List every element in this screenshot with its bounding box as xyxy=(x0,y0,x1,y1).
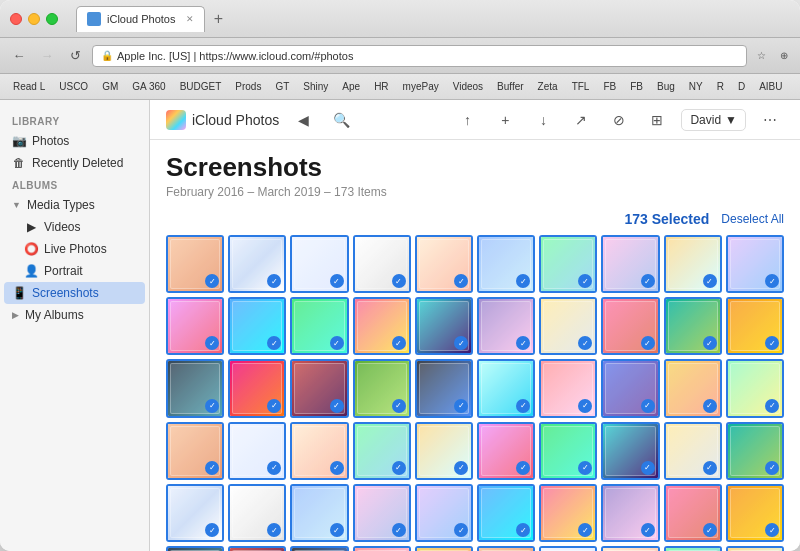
delete-button[interactable]: ⊘ xyxy=(605,106,633,134)
sidebar-item-videos[interactable]: ▶ Videos xyxy=(0,216,149,238)
photo-thumbnail[interactable]: ✓ xyxy=(601,422,659,480)
add-button[interactable]: + xyxy=(491,106,519,134)
bookmark-tfl[interactable]: TFL xyxy=(567,79,595,94)
photo-thumbnail[interactable]: ✓ xyxy=(477,235,535,293)
photo-thumbnail[interactable]: ✓ xyxy=(415,297,473,355)
photo-thumbnail[interactable]: ✓ xyxy=(539,359,597,417)
deselect-all-button[interactable]: Deselect All xyxy=(721,212,784,226)
photo-thumbnail[interactable]: ✓ xyxy=(539,422,597,480)
photo-thumbnail[interactable]: ✓ xyxy=(726,235,784,293)
tab-close-button[interactable]: ✕ xyxy=(186,14,194,24)
photo-thumbnail[interactable]: ✓ xyxy=(601,297,659,355)
photo-thumbnail[interactable]: ✓ xyxy=(228,546,286,551)
close-button[interactable] xyxy=(10,13,22,25)
photo-thumbnail[interactable]: ✓ xyxy=(353,297,411,355)
sidebar-item-media-types[interactable]: ▼ Media Types xyxy=(0,194,149,216)
share-button[interactable]: ↗ xyxy=(567,106,595,134)
photo-thumbnail[interactable]: ✓ xyxy=(415,422,473,480)
photo-thumbnail[interactable]: ✓ xyxy=(664,484,722,542)
photo-thumbnail[interactable]: ✓ xyxy=(166,484,224,542)
bookmark-shiny[interactable]: Shiny xyxy=(298,79,333,94)
minimize-button[interactable] xyxy=(28,13,40,25)
grid-button[interactable]: ⊞ xyxy=(643,106,671,134)
sidebar-item-photos[interactable]: 📷 Photos xyxy=(0,130,149,152)
photo-thumbnail[interactable]: ✓ xyxy=(726,422,784,480)
photo-thumbnail[interactable]: ✓ xyxy=(539,297,597,355)
photo-thumbnail[interactable]: ✓ xyxy=(290,484,348,542)
photo-thumbnail[interactable]: ✓ xyxy=(353,359,411,417)
photo-thumbnail[interactable]: ✓ xyxy=(477,484,535,542)
photo-thumbnail[interactable]: ✓ xyxy=(353,484,411,542)
photo-thumbnail[interactable]: ✓ xyxy=(726,484,784,542)
sidebar-toggle-button[interactable]: ◀ xyxy=(289,106,317,134)
photo-thumbnail[interactable]: ✓ xyxy=(166,546,224,551)
photo-thumbnail[interactable]: ✓ xyxy=(539,235,597,293)
address-bar[interactable]: 🔒 Apple Inc. [US] | https://www.icloud.c… xyxy=(92,45,747,67)
user-menu[interactable]: David ▼ xyxy=(681,109,746,131)
browser-tab-active[interactable]: iCloud Photos ✕ xyxy=(76,6,205,32)
photo-thumbnail[interactable]: ✓ xyxy=(726,359,784,417)
photo-thumbnail[interactable]: ✓ xyxy=(228,235,286,293)
photo-thumbnail[interactable]: ✓ xyxy=(726,297,784,355)
photo-thumbnail[interactable]: ✓ xyxy=(664,422,722,480)
bookmark-bug[interactable]: Bug xyxy=(652,79,680,94)
photo-thumbnail[interactable]: ✓ xyxy=(166,235,224,293)
upload-button[interactable]: ↑ xyxy=(453,106,481,134)
bookmark-videos[interactable]: Videos xyxy=(448,79,488,94)
bookmark-d[interactable]: D xyxy=(733,79,750,94)
sidebar-item-my-albums[interactable]: ▶ My Albums xyxy=(0,304,149,326)
photo-thumbnail[interactable]: ✓ xyxy=(477,422,535,480)
photo-thumbnail[interactable]: ✓ xyxy=(664,235,722,293)
sidebar-item-screenshots[interactable]: 📱 Screenshots xyxy=(4,282,145,304)
photo-thumbnail[interactable]: ✓ xyxy=(477,297,535,355)
photo-thumbnail[interactable]: ✓ xyxy=(477,359,535,417)
photo-thumbnail[interactable]: ✓ xyxy=(664,359,722,417)
bookmark-usco[interactable]: USCO xyxy=(54,79,93,94)
bookmark-buffer[interactable]: Buffer xyxy=(492,79,529,94)
sidebar-item-recently-deleted[interactable]: 🗑 Recently Deleted xyxy=(0,152,149,174)
bookmark-ape[interactable]: Ape xyxy=(337,79,365,94)
bookmark-prods[interactable]: Prods xyxy=(230,79,266,94)
extensions-icon[interactable]: ⊕ xyxy=(776,48,792,63)
sidebar-item-portrait[interactable]: 👤 Portrait xyxy=(0,260,149,282)
photo-thumbnail[interactable]: ✓ xyxy=(353,546,411,551)
photo-thumbnail[interactable]: ✓ xyxy=(601,484,659,542)
maximize-button[interactable] xyxy=(46,13,58,25)
bookmark-zeta[interactable]: Zeta xyxy=(533,79,563,94)
bookmark-ny[interactable]: NY xyxy=(684,79,708,94)
bookmark-gm[interactable]: GM xyxy=(97,79,123,94)
photo-thumbnail[interactable]: ✓ xyxy=(601,359,659,417)
photo-thumbnail[interactable]: ✓ xyxy=(353,235,411,293)
photo-thumbnail[interactable]: ✓ xyxy=(664,546,722,551)
bookmark-myepay[interactable]: myePay xyxy=(398,79,444,94)
photo-thumbnail[interactable]: ✓ xyxy=(290,235,348,293)
photo-thumbnail[interactable]: ✓ xyxy=(539,484,597,542)
photo-thumbnail[interactable]: ✓ xyxy=(166,422,224,480)
refresh-button[interactable]: ↺ xyxy=(64,45,86,67)
bookmark-fb2[interactable]: FB xyxy=(625,79,648,94)
photo-thumbnail[interactable]: ✓ xyxy=(290,422,348,480)
photo-thumbnail[interactable]: ✓ xyxy=(726,546,784,551)
photo-thumbnail[interactable]: ✓ xyxy=(415,484,473,542)
photo-thumbnail[interactable]: ✓ xyxy=(290,359,348,417)
photo-thumbnail[interactable]: ✓ xyxy=(601,235,659,293)
sidebar-item-live-photos[interactable]: ⭕ Live Photos xyxy=(0,238,149,260)
bookmark-star[interactable]: ☆ xyxy=(753,48,770,63)
photo-thumbnail[interactable]: ✓ xyxy=(415,235,473,293)
photo-thumbnail[interactable]: ✓ xyxy=(228,359,286,417)
photo-thumbnail[interactable]: ✓ xyxy=(539,546,597,551)
bookmark-ga360[interactable]: GA 360 xyxy=(127,79,170,94)
bookmark-hr[interactable]: HR xyxy=(369,79,393,94)
search-button[interactable]: 🔍 xyxy=(327,106,355,134)
photo-thumbnail[interactable]: ✓ xyxy=(664,297,722,355)
more-options-button[interactable]: ⋯ xyxy=(756,106,784,134)
photo-thumbnail[interactable]: ✓ xyxy=(228,422,286,480)
photo-thumbnail[interactable]: ✓ xyxy=(228,297,286,355)
photo-thumbnail[interactable]: ✓ xyxy=(228,484,286,542)
bookmark-budget[interactable]: BUDGET xyxy=(175,79,227,94)
new-tab-button[interactable]: + xyxy=(209,9,229,29)
bookmark-gt[interactable]: GT xyxy=(270,79,294,94)
back-button[interactable]: ← xyxy=(8,45,30,67)
photo-thumbnail[interactable]: ✓ xyxy=(353,422,411,480)
photo-thumbnail[interactable]: ✓ xyxy=(290,546,348,551)
